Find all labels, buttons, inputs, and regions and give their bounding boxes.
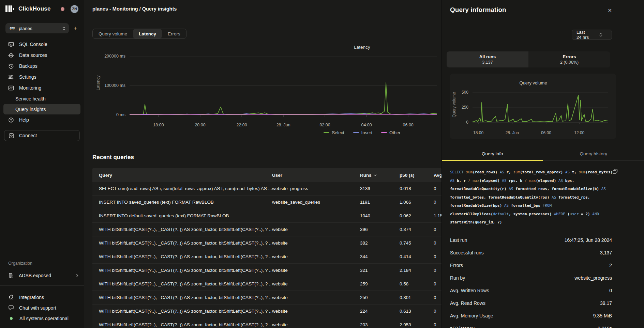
monitoring-chart-icon (8, 85, 14, 91)
stat-value: website_progress (574, 275, 612, 281)
svg-text:04:00: 04:00 (361, 123, 372, 127)
sidebar-item-chat-support[interactable]: Chat with support (0, 302, 84, 313)
sidebar-item-sql-console[interactable]: SQL Console (0, 39, 84, 50)
stat-label: Errors (450, 263, 463, 268)
segment-value: 3,137 (482, 60, 493, 65)
sidebar-item-service-health[interactable]: Service health (3, 93, 80, 104)
table-cell: website (272, 295, 360, 300)
table-cell: 0.301 (400, 295, 434, 300)
table-row[interactable]: WITH bitShiftLeft(CAST(?..), _CAST(?..))… (92, 291, 441, 304)
legend-swatch-icon (353, 132, 359, 133)
legend-item[interactable]: Other (381, 130, 401, 135)
column-header-runs[interactable]: Runs (360, 173, 400, 178)
table-cell: WITH bitShiftLeft(CAST(?..), _CAST(?..))… (92, 227, 272, 232)
add-service-button[interactable]: + (72, 25, 78, 32)
table-row[interactable]: INSERT INTO saved_queries (text) FORMAT … (92, 196, 441, 209)
organization-selector[interactable]: ADSB.exposed (0, 270, 84, 281)
stat-label: Successful runs (450, 250, 484, 255)
table-cell: 224 (360, 309, 400, 314)
legend-item[interactable]: Insert (353, 130, 373, 135)
svg-text:500: 500 (462, 90, 468, 95)
notification-dot-icon[interactable] (61, 7, 64, 11)
sliders-icon (8, 74, 14, 80)
table-row[interactable]: WITH bitShiftLeft(CAST(?..), _CAST(?..))… (92, 318, 441, 328)
sort-desc-icon (374, 174, 377, 176)
table-cell: 0.414 (400, 254, 434, 259)
segment-all-runs[interactable]: All runs 3,137 (447, 51, 528, 67)
svg-text:200000 ms: 200000 ms (104, 54, 125, 59)
sidebar-item-query-insights[interactable]: Query insights (3, 104, 80, 114)
table-cell: website_progress (272, 186, 360, 191)
stat-label: Run by (450, 275, 465, 281)
table-row[interactable]: WITH bitShiftLeft(CAST(?..), _CAST(?..))… (92, 264, 441, 277)
table-cell: 0.018 (400, 186, 434, 191)
column-header-user[interactable]: User (272, 173, 360, 178)
sidebar-item-backups[interactable]: Backups (0, 61, 84, 72)
stats-list: Last run16:47:25, Jun 28 2024Successful … (450, 234, 612, 328)
close-icon[interactable]: ✕ (608, 7, 612, 14)
table-cell: WITH bitShiftLeft(CAST(?..), _CAST(?..))… (92, 268, 272, 273)
table-cell: website (272, 227, 360, 232)
chat-bubble-icon (8, 305, 14, 311)
table-cell: 259 (360, 281, 400, 286)
time-range-select[interactable]: Last 24 hrs (572, 30, 612, 40)
table-cell: 0 (434, 227, 441, 232)
sidebar-item-label: Help (19, 117, 29, 123)
sidebar-item-label: Data sources (19, 52, 47, 58)
status-ok-icon (10, 317, 13, 320)
column-header-p50[interactable]: p50 (s) (400, 173, 434, 178)
segment-errors[interactable]: Errors 2 (0.06%) (528, 51, 610, 67)
avatar[interactable]: ZN (71, 5, 78, 13)
recent-queries-title: Recent queries (92, 154, 134, 161)
table-row[interactable]: WITH bitShiftLeft(CAST(?..), _CAST(?..))… (92, 277, 441, 291)
tab-errors[interactable]: Errors (162, 29, 186, 38)
sql-code[interactable]: SELECT sum(read_rows) AS r, sum(total_ro… (450, 170, 613, 224)
legend-label: Select (332, 130, 344, 135)
column-header-query[interactable]: Query (92, 173, 272, 178)
table-cell: website (272, 254, 360, 259)
sidebar-item-settings[interactable]: Settings (0, 72, 84, 82)
column-header-avg[interactable]: Avg. (434, 173, 441, 178)
table-cell: 1191 (360, 200, 400, 205)
stat-value: 16:47:25, Jun 28 2024 (565, 237, 612, 243)
svg-text:28. Jun: 28. Jun (506, 130, 519, 135)
table-row[interactable]: INSERT INTO default.saved_queries (text)… (92, 209, 441, 223)
table-row[interactable]: SELECT sum(read_rows) AS r, sum(total_ro… (92, 182, 441, 196)
sidebar-item-help[interactable]: Help (0, 114, 84, 125)
table-row[interactable]: WITH bitShiftLeft(CAST(?..), _CAST(?..))… (92, 236, 441, 250)
tab-query-history[interactable]: Query history (543, 147, 644, 160)
svg-text:28. Jun: 28. Jun (276, 123, 290, 127)
stat-label: p50 latency (450, 326, 475, 328)
stat-row: Avg. Written Rows0 (450, 284, 612, 297)
tab-latency[interactable]: Latency (133, 29, 162, 38)
sidebar-item-data-sources[interactable]: Data sources (0, 50, 84, 61)
workspace-selector[interactable]: aws planes (5, 23, 69, 33)
query-information-panel: Query information ✕ Last 24 hrs All runs… (441, 0, 644, 328)
table-cell: 203 (360, 322, 400, 327)
svg-text:250: 250 (462, 105, 468, 110)
system-status[interactable]: All systems operational (0, 313, 84, 324)
table-row[interactable]: WITH bitShiftLeft(CAST(?..), _CAST(?..))… (92, 304, 441, 318)
table-cell: 1040 (360, 213, 400, 218)
tab-query-info[interactable]: Query info (442, 147, 543, 160)
page-title: planes - Monitoring / Query insights (92, 6, 177, 12)
table-row[interactable]: WITH bitShiftLeft(CAST(?..), _CAST(?..))… (92, 223, 441, 236)
segment-label: Errors (563, 54, 576, 59)
stat-row: Errors2 (450, 259, 612, 271)
legend-item[interactable]: Select (324, 130, 344, 135)
sidebar-item-integrations[interactable]: Integrations (0, 292, 84, 302)
table-cell: 0.58 (400, 281, 434, 286)
chart-legend: SelectInsertOther (294, 130, 430, 135)
stat-row: p50 latency0.018s (450, 322, 612, 328)
table-row[interactable]: WITH bitShiftLeft(CAST(?..), _CAST(?..))… (92, 250, 441, 264)
legend-label: Insert (361, 130, 373, 135)
copy-icon[interactable] (613, 169, 618, 177)
tab-query-volume[interactable]: Query volume (93, 29, 133, 38)
puzzle-icon (8, 294, 14, 300)
connect-button[interactable]: Connect (4, 130, 80, 141)
recent-queries-body: SELECT sum(read_rows) AS r, sum(total_ro… (92, 182, 441, 328)
page-header: planes - Monitoring / Query insights (84, 0, 441, 18)
table-cell: 0.062 (400, 213, 434, 218)
sidebar-item-monitoring[interactable]: Monitoring (0, 82, 84, 93)
data-sources-icon (8, 52, 14, 58)
